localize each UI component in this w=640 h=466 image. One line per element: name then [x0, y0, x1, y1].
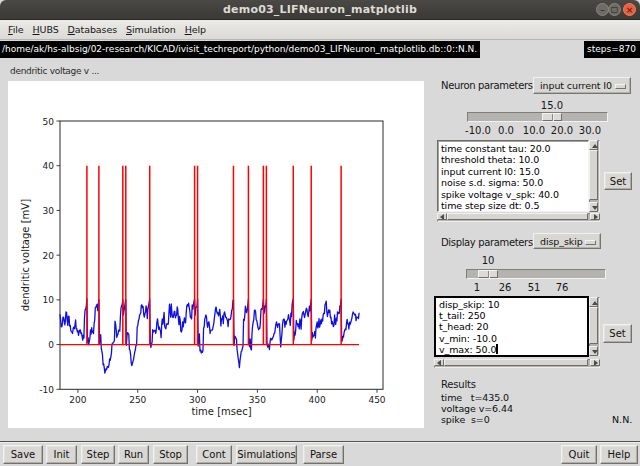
- slider-tick-label: 20.0: [551, 125, 573, 136]
- results-time: time t=435.0: [441, 392, 509, 403]
- display-set-button[interactable]: Set: [603, 324, 632, 343]
- scroll-down-arrow-icon[interactable]: [589, 346, 598, 356]
- window-title: demo03_LIFNeuron_matplotlib: [0, 3, 640, 16]
- axes-frame: [60, 121, 383, 389]
- display-slider-value: 10: [468, 255, 508, 266]
- neuron-set-button[interactable]: Set: [604, 172, 632, 190]
- menu-simulation[interactable]: Simulation: [122, 22, 180, 37]
- close-icon: ×: [626, 5, 634, 15]
- voltage-trace: [60, 299, 359, 374]
- help-button[interactable]: Help: [600, 445, 638, 464]
- scroll-up-arrow-icon[interactable]: [589, 297, 598, 307]
- y-tick-label: 40: [43, 161, 55, 171]
- scrollbar-thumb[interactable]: [444, 359, 588, 366]
- neuron-list-item[interactable]: input current I0: 15.0: [441, 166, 588, 177]
- results-spike: spike s=0: [441, 414, 490, 425]
- x-tick-label: 250: [129, 395, 146, 405]
- plot-canvas[interactable]: 200250300350400450-1001020304050time [ms…: [8, 81, 424, 428]
- menu-hubs[interactable]: HUBS: [29, 22, 63, 37]
- menu-file[interactable]: File: [4, 22, 28, 37]
- scroll-left-arrow-icon[interactable]: [434, 359, 444, 366]
- display-slider-handle[interactable]: [478, 270, 498, 278]
- results-header: Results: [441, 379, 476, 390]
- maximize-icon: ▢: [611, 5, 619, 14]
- maximize-button[interactable]: ▢: [608, 3, 621, 16]
- neuron-list-item[interactable]: spike voltage v_spk: 40.0: [441, 189, 588, 200]
- step-button[interactable]: Step: [81, 445, 115, 464]
- x-axis-label: time [msec]: [191, 406, 251, 417]
- x-tick-label: 350: [249, 395, 266, 405]
- save-button[interactable]: Save: [3, 445, 43, 464]
- display-text-line[interactable]: t_head: 20: [439, 321, 587, 332]
- scroll-right-arrow-icon[interactable]: [590, 359, 600, 366]
- display-slider[interactable]: [466, 269, 606, 279]
- y-axis-label: dendritic voltage [mV]: [20, 199, 31, 311]
- optionmenu-indicator-icon: [585, 240, 596, 245]
- neuron-slider-value: 15.0: [532, 100, 572, 111]
- display-slider-ticks: 1265176: [466, 282, 606, 294]
- slider-tick-label: 0.0: [498, 125, 514, 136]
- y-tick-label: 10: [43, 295, 55, 305]
- y-tick-label: 30: [43, 206, 55, 216]
- display-text-line[interactable]: disp_skip: 10: [439, 299, 587, 310]
- display-text-vscrollbar[interactable]: [589, 297, 600, 356]
- display-parameter-optionmenu[interactable]: disp_skip: [533, 233, 601, 249]
- scroll-right-arrow-icon[interactable]: [590, 213, 600, 220]
- neuron-list-item[interactable]: time constant tau: 20.0: [441, 143, 588, 154]
- signature-label: N.N.: [612, 414, 632, 425]
- slider-tick-label: 26: [499, 282, 512, 293]
- run-button[interactable]: Run: [118, 445, 149, 464]
- y-tick-label: 20: [43, 251, 55, 261]
- y-tick-label: 50: [43, 117, 55, 127]
- parse-button[interactable]: Parse: [303, 445, 344, 464]
- display-text-hscrollbar[interactable]: [434, 359, 600, 368]
- neuron-list-hscrollbar[interactable]: [437, 213, 600, 222]
- close-button[interactable]: ×: [623, 3, 636, 16]
- neuron-list-item[interactable]: threshold theta: 10.0: [441, 154, 588, 165]
- simulations-button[interactable]: Simulations: [236, 445, 297, 464]
- slider-tick-label: 76: [556, 282, 569, 293]
- display-text-line[interactable]: v_min: -10.0: [439, 333, 587, 344]
- neuron-parameters-label: Neuron parameters: [441, 80, 533, 91]
- text-cursor: [496, 344, 498, 354]
- scroll-up-arrow-icon[interactable]: [589, 140, 598, 150]
- scrollbar-thumb[interactable]: [447, 213, 588, 220]
- neuron-list-item[interactable]: time step size dt: 0.5: [441, 200, 588, 211]
- quit-button[interactable]: Quit: [561, 445, 597, 464]
- x-tick-label: 450: [368, 395, 385, 405]
- display-parameter-textbox[interactable]: disp_skip: 10t_tail: 250t_head: 20v_min:…: [434, 296, 589, 357]
- x-tick-label: 200: [69, 395, 86, 405]
- app-window: demo03_LIFNeuron_matplotlib – ▢ × FileHU…: [0, 0, 640, 466]
- neuron-parameter-listbox[interactable]: time constant tau: 20.0threshold theta: …: [437, 140, 589, 212]
- neuron-slider[interactable]: [467, 112, 608, 122]
- scroll-left-arrow-icon[interactable]: [437, 213, 447, 220]
- display-text-line[interactable]: t_tail: 250: [439, 310, 587, 321]
- menubar: FileHUBSDatabasesSimulationHelp: [0, 20, 640, 40]
- slider-tick-label: 30.0: [579, 125, 601, 136]
- scroll-down-arrow-icon[interactable]: [589, 202, 598, 212]
- y-tick-label: 0: [48, 340, 54, 350]
- menu-databases[interactable]: Databases: [64, 22, 121, 37]
- neuron-slider-handle[interactable]: [542, 113, 562, 121]
- slider-tick-label: 1: [474, 282, 480, 293]
- titlebar[interactable]: demo03_LIFNeuron_matplotlib – ▢ ×: [0, 0, 640, 20]
- status-row: /home/ak/hs-albsig/02-research/KICAD/ivi…: [0, 41, 640, 58]
- slider-tick-label: 51: [528, 282, 541, 293]
- display-text-line[interactable]: v_max: 50.0: [439, 344, 587, 355]
- stop-button[interactable]: Stop: [153, 445, 188, 464]
- neuron-parameter-optionmenu[interactable]: input current I0: [533, 77, 631, 94]
- neuron-slider-ticks: -10.00.010.020.030.0: [467, 125, 608, 137]
- status-steps: steps=870: [584, 41, 640, 58]
- scrollbar-thumb[interactable]: [589, 307, 598, 344]
- y-tick-label: -10: [39, 385, 54, 395]
- cont-button[interactable]: Cont: [196, 445, 232, 464]
- scrollbar-thumb[interactable]: [589, 150, 598, 200]
- slider-tick-label: -10.0: [465, 125, 491, 136]
- menu-help[interactable]: Help: [181, 22, 210, 37]
- neuron-list-item[interactable]: noise s.d. sigma: 50.0: [441, 177, 588, 188]
- display-parameters-label: Display parameters: [441, 237, 533, 248]
- neuron-list-vscrollbar[interactable]: [589, 140, 600, 212]
- x-tick-label: 300: [189, 395, 206, 405]
- toolbar: Save Init Step Run Stop Cont Simulations…: [0, 444, 640, 466]
- init-button[interactable]: Init: [46, 445, 77, 464]
